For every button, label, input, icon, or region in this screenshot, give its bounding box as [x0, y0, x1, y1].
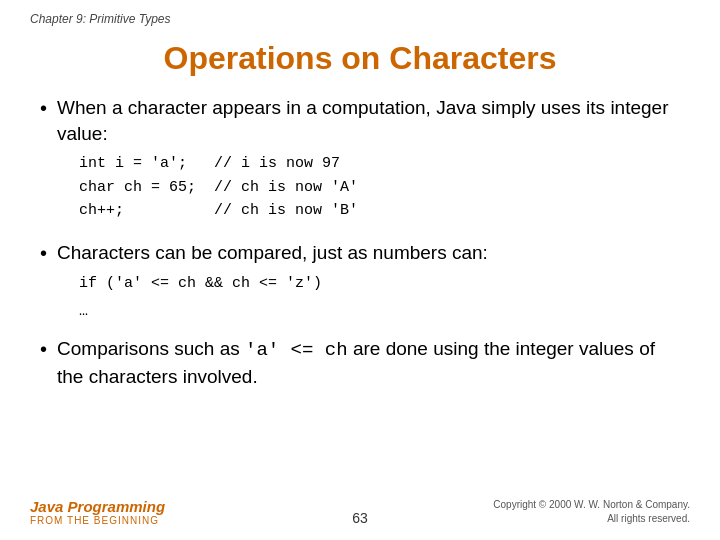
chapter-label: Chapter 9: Primitive Types — [30, 12, 171, 26]
ellipsis: … — [79, 303, 488, 320]
brand-subtitle: FROM THE BEGINNING — [30, 515, 332, 526]
code-line-3: ch++; // ch is now 'B' — [79, 202, 358, 219]
bullet-1-text: When a character appears in a computatio… — [57, 97, 668, 144]
footer-left: Java Programming FROM THE BEGINNING — [30, 498, 332, 526]
code-line-4: if ('a' <= ch && ch <= 'z') — [79, 275, 322, 292]
copyright: Copyright © 2000 W. W. Norton & Company.… — [388, 498, 690, 526]
code-line-1: int i = 'a'; // i is now 97 — [79, 155, 340, 172]
bullet-3: • Comparisons such as 'a' <= ch are done… — [40, 336, 680, 389]
slide: Chapter 9: Primitive Types Operations on… — [0, 0, 720, 540]
brand-title: Java Programming — [30, 498, 332, 515]
bullet-3-text-after: are done using the integer values of the… — [57, 338, 655, 387]
bullet-dot-3: • — [40, 338, 47, 361]
code-block-1: int i = 'a'; // i is now 97 char ch = 65… — [79, 152, 680, 222]
bullet-2-content: Characters can be compared, just as numb… — [57, 240, 488, 326]
code-block-2: if ('a' <= ch && ch <= 'z') — [79, 272, 488, 295]
bullet-3-content: Comparisons such as 'a' <= ch are done u… — [57, 336, 680, 389]
inline-code-1: 'a' <= ch — [245, 339, 348, 361]
bullet-3-text: Comparisons such as 'a' <= ch are done u… — [57, 338, 655, 387]
content-area: • When a character appears in a computat… — [0, 95, 720, 389]
bullet-1: • When a character appears in a computat… — [40, 95, 680, 230]
bullet-1-content: When a character appears in a computatio… — [57, 95, 680, 230]
bullet-dot-2: • — [40, 242, 47, 265]
bullet-2: • Characters can be compared, just as nu… — [40, 240, 680, 326]
page-number: 63 — [332, 510, 388, 526]
bullet-dot-1: • — [40, 97, 47, 120]
code-line-2: char ch = 65; // ch is now 'A' — [79, 179, 358, 196]
bullet-2-text: Characters can be compared, just as numb… — [57, 242, 488, 263]
footer: Java Programming FROM THE BEGINNING 63 C… — [0, 498, 720, 526]
